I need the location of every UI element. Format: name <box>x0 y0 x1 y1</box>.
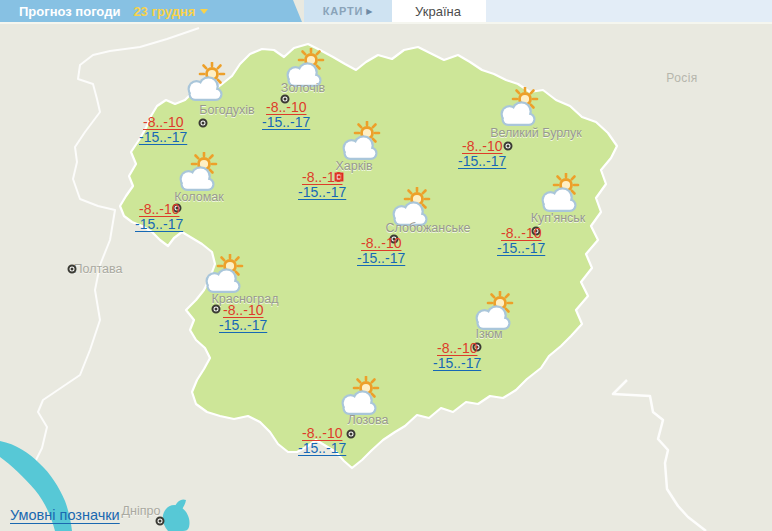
night-temp-link[interactable]: -15..-17 <box>433 356 481 371</box>
weather-map-page: Богодухів -8..-10 -15..-17 <box>0 0 772 531</box>
day-temp-link[interactable]: -8..-10 <box>497 226 545 241</box>
city-label[interactable]: Золочів <box>281 81 325 95</box>
day-temp-link[interactable]: -8..-10 <box>262 100 310 115</box>
sun-behind-cloud-icon <box>338 121 384 161</box>
temperature-block: -8..-10 -15..-17 <box>357 236 405 265</box>
temperature-block: -8..-10 -15..-17 <box>262 100 310 129</box>
temperature-block: -8..-10 -15..-17 <box>298 170 346 199</box>
caret-down-icon <box>200 9 208 14</box>
sun-behind-cloud-icon <box>201 254 247 294</box>
sun-behind-cloud-icon <box>337 376 383 416</box>
sun-behind-cloud-icon <box>175 152 221 192</box>
sun-behind-cloud-icon <box>496 87 542 127</box>
night-temp-link[interactable]: -15..-17 <box>135 217 183 232</box>
city-marker-icon <box>347 430 356 439</box>
city-marker-icon <box>199 119 208 128</box>
sun-behind-cloud-icon <box>537 173 583 213</box>
city-marker-icon <box>156 517 165 526</box>
temperature-block: -8..-10 -15..-17 <box>433 341 481 370</box>
day-temp-link[interactable]: -8..-10 <box>433 341 481 356</box>
temperature-block: -8..-10 -15..-17 <box>458 139 506 168</box>
tab-ukraine[interactable]: Україна <box>392 0 484 22</box>
maps-button-label: КАРТИ <box>323 5 363 17</box>
night-temp-link[interactable]: -15..-17 <box>298 441 346 456</box>
header-separator <box>0 22 772 24</box>
date-selector-label: 23 грудня <box>133 4 195 19</box>
temperature-block: -8..-10 -15..-17 <box>135 202 183 231</box>
city-label: Полтава <box>74 262 123 276</box>
header-left: Прогноз погоди 23 грудня <box>0 0 302 22</box>
tab-ukraine-label: Україна <box>415 4 461 19</box>
stations-layer: Богодухів -8..-10 -15..-17 <box>0 0 772 531</box>
header-spacer <box>484 0 772 22</box>
temperature-block: -8..-10 -15..-17 <box>497 226 545 255</box>
caret-right-icon: ▶ <box>366 7 373 16</box>
day-temp-link[interactable]: -8..-10 <box>458 139 506 154</box>
night-temp-link[interactable]: -15..-17 <box>219 318 267 333</box>
temperature-block: -8..-10 -15..-17 <box>298 426 346 455</box>
city-label[interactable]: Великий Бурлук <box>490 126 582 140</box>
day-temp-link[interactable]: -8..-10 <box>357 236 405 251</box>
page-title: Прогноз погоди <box>19 4 120 19</box>
day-temp-link[interactable]: -8..-10 <box>298 170 346 185</box>
city-label[interactable]: Слобожанське <box>386 221 471 235</box>
legend-link[interactable]: Умовні позначки <box>10 507 120 523</box>
night-temp-link[interactable]: -15..-17 <box>458 154 506 169</box>
day-temp-link[interactable]: -8..-10 <box>135 202 183 217</box>
header-bar: Прогноз погоди 23 грудня КАРТИ ▶ Україна <box>0 0 772 22</box>
sun-behind-cloud-icon <box>183 62 229 102</box>
city-marker-icon <box>68 265 77 274</box>
country-label: Росія <box>666 71 697 85</box>
date-selector[interactable]: 23 грудня <box>133 4 208 19</box>
day-temp-link[interactable]: -8..-10 <box>139 115 187 130</box>
day-temp-link[interactable]: -8..-10 <box>298 426 346 441</box>
city-label[interactable]: Ізюм <box>475 327 502 341</box>
night-temp-link[interactable]: -15..-17 <box>357 251 405 266</box>
night-temp-link[interactable]: -15..-17 <box>497 241 545 256</box>
day-temp-link[interactable]: -8..-10 <box>219 303 267 318</box>
city-label[interactable]: Куп'янськ <box>531 211 586 225</box>
sun-behind-cloud-icon <box>471 291 517 331</box>
temperature-block: -8..-10 -15..-17 <box>139 115 187 144</box>
night-temp-link[interactable]: -15..-17 <box>262 115 310 130</box>
maps-button[interactable]: КАРТИ ▶ <box>304 0 392 22</box>
night-temp-link[interactable]: -15..-17 <box>298 185 346 200</box>
temperature-block: -8..-10 -15..-17 <box>219 303 267 332</box>
city-label[interactable]: Лозова <box>347 413 388 427</box>
night-temp-link[interactable]: -15..-17 <box>139 130 187 145</box>
city-label[interactable]: Богодухів <box>199 103 254 117</box>
city-label: Дніпро <box>122 504 161 518</box>
